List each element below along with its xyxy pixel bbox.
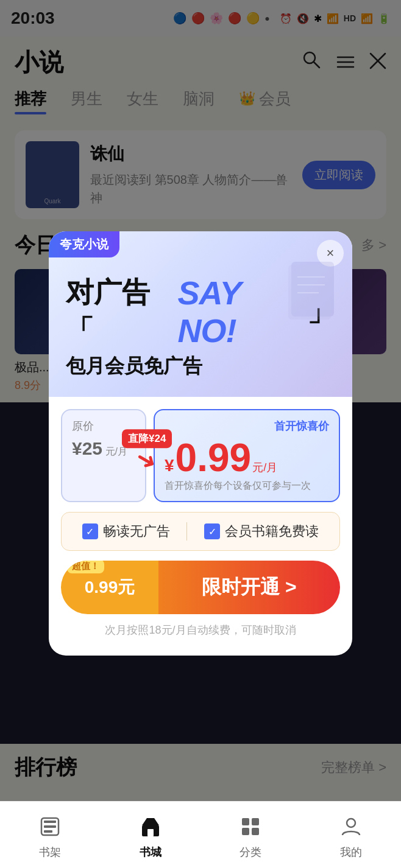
svg-point-22 <box>347 819 355 827</box>
bottom-nav: 书架 书城 分类 我的 <box>0 801 401 868</box>
svg-rect-15 <box>44 830 52 833</box>
cta-price-part: 超值！ 0.99元 <box>61 561 158 614</box>
headline-line2: 包月会员免广告 <box>66 353 335 380</box>
feature-free-books: ✓ 会员书籍免费读 <box>204 522 319 541</box>
store-icon <box>140 816 161 842</box>
nav-profile[interactable]: 我的 <box>301 811 402 859</box>
features-row: ✓ 畅读无广告 ✓ 会员书籍免费读 <box>61 512 340 551</box>
pricing-boxes: 原价 ¥25 元/月 直降¥24 ➜ 首开惊喜价 ¥ 0 <box>61 409 340 502</box>
footer-note: 次月按照18元/月自动续费，可随时取消 <box>49 623 352 637</box>
shelf-icon <box>39 816 61 842</box>
nav-category[interactable]: 分类 <box>200 811 301 859</box>
special-price-box[interactable]: 首开惊喜价 ¥ 0.99 元/月 首开惊喜价每个设备仅可参与一次 <box>154 409 340 502</box>
headline-cn: 对广告「 <box>66 274 178 349</box>
store-label: 书城 <box>140 845 161 859</box>
special-price-note: 首开惊喜价每个设备仅可参与一次 <box>165 480 329 492</box>
check-icon-1: ✓ <box>82 523 98 539</box>
svg-rect-19 <box>252 818 259 825</box>
svg-rect-14 <box>44 825 56 828</box>
cta-price-label: 0.99元 <box>85 576 135 599</box>
shelf-label: 书架 <box>39 845 61 859</box>
cta-area: 超值！ 0.99元 限时开通 > <box>49 561 352 614</box>
subscribe-button[interactable]: 超值！ 0.99元 限时开通 > <box>61 561 340 614</box>
svg-rect-18 <box>242 818 249 825</box>
special-price-wrapper: 直降¥24 ➜ 首开惊喜价 ¥ 0.99 元/月 首开惊喜价每个设备仅可参与一次 <box>154 409 340 502</box>
svg-rect-20 <box>242 828 249 835</box>
special-price-amount: ¥ 0.99 元/月 <box>165 438 329 477</box>
nav-store[interactable]: 书城 <box>101 811 201 859</box>
discount-arrow-icon: ➜ <box>131 442 163 477</box>
profile-label: 我的 <box>340 845 362 859</box>
profile-icon <box>340 816 362 842</box>
check-icon-2: ✓ <box>204 523 220 539</box>
special-price-unit: 元/月 <box>252 460 277 475</box>
feature-text-2: 会员书籍免费读 <box>225 522 319 541</box>
feature-text-1: 畅读无广告 <box>103 522 170 541</box>
svg-rect-13 <box>44 821 56 823</box>
discount-overlay: 直降¥24 ➜ <box>122 429 172 474</box>
category-label: 分类 <box>240 845 261 859</box>
svg-rect-17 <box>147 829 154 836</box>
pricing-area: 原价 ¥25 元/月 直降¥24 ➜ 首开惊喜价 ¥ 0 <box>49 397 352 502</box>
cta-super-badge: 超值！ <box>67 561 104 573</box>
nav-shelf[interactable]: 书架 <box>0 811 101 859</box>
header-decoration <box>285 256 346 331</box>
subscription-modal: 夸克小说 × 对广告「 SAY NO! 」 包月会员免广告 <box>49 231 352 656</box>
svg-rect-21 <box>252 828 259 835</box>
cta-action-label: 限时开通 > <box>158 561 340 614</box>
category-icon <box>240 816 261 842</box>
feature-divider <box>186 522 187 541</box>
special-price-main: 0.99 <box>176 438 252 477</box>
brand-tag: 夸克小说 <box>49 231 119 257</box>
modal-header: 夸克小说 × 对广告「 SAY NO! 」 包月会员免广告 <box>49 231 352 397</box>
special-price-label: 首开惊喜价 <box>165 419 329 433</box>
feature-no-ads: ✓ 畅读无广告 <box>82 522 170 541</box>
